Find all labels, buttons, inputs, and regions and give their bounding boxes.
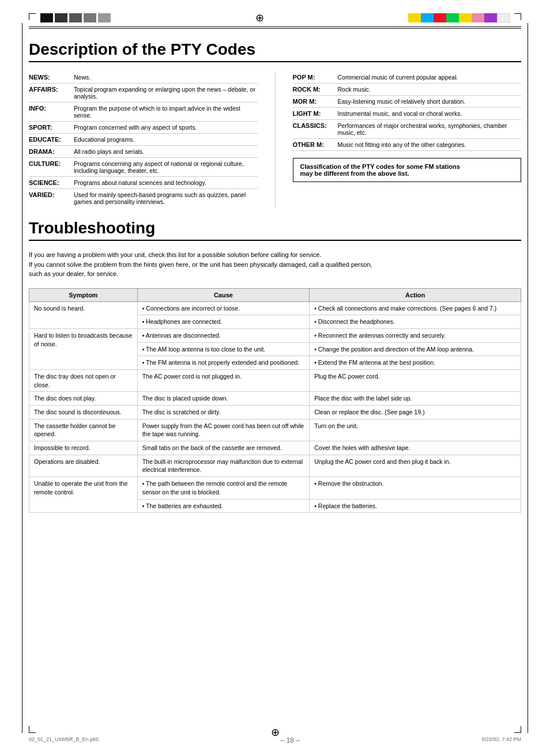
pty-def-otherm: Music not fitting into any of the other …	[338, 141, 522, 148]
table-row: No sound is heard. • Connections are inc…	[29, 301, 521, 315]
pty-def-rockm: Rock music.	[338, 86, 522, 93]
col-header-symptom: Symptom	[29, 288, 138, 301]
troubleshooting-intro: If you are having a problem with your un…	[29, 250, 521, 279]
cause-cell: The disc is placed upside down.	[137, 392, 310, 406]
color-block-2	[55, 13, 67, 22]
right-margin	[528, 23, 528, 733]
pty-def-science: Programs about natural sciences and tech…	[74, 179, 258, 186]
troubleshooting-title: Troubleshooting	[29, 219, 521, 237]
pty-term-science: SCIENCE:	[29, 179, 69, 186]
pty-row-news: NEWS: News.	[29, 71, 258, 84]
bottom-left-corner	[29, 726, 36, 733]
pty-right-col: POP M: Commercial music of current popul…	[293, 71, 522, 207]
symptom-cell: Unable to operate the unit from the remo…	[29, 477, 138, 513]
pty-term-sport: SPORT:	[29, 124, 69, 131]
pty-row-lightm: LIGHT M: Instrumental music, and vocal o…	[293, 108, 522, 120]
cause-cell: Power supply from the AC power cord has …	[137, 419, 310, 441]
action-cell: • Remove the obstruction.	[310, 477, 521, 499]
color-block-5	[98, 13, 111, 22]
pty-row-affairs: AFFAIRS: Topical program expanding or en…	[29, 84, 258, 103]
pty-row-otherm: OTHER M: Music not fitting into any of t…	[293, 139, 522, 151]
pty-def-affairs: Topical program expanding or enlarging u…	[74, 86, 258, 100]
header-bar: ⊕	[29, 12, 521, 24]
cause-cell: • The path between the remote control an…	[137, 477, 310, 499]
pty-term-rockm: ROCK M:	[293, 86, 333, 93]
pty-row-rockm: ROCK M: Rock music.	[293, 84, 522, 96]
bottom-right-corner	[514, 726, 521, 733]
pty-row-popm: POP M: Commercial music of current popul…	[293, 71, 522, 84]
table-row: Impossible to record. Small tabs on the …	[29, 441, 521, 455]
pty-term-affairs: AFFAIRS:	[29, 86, 69, 93]
pty-row-classics: CLASSICS: Performances of major orchestr…	[293, 120, 522, 139]
pty-left-col: NEWS: News. AFFAIRS: Topical program exp…	[29, 71, 258, 207]
cb-green	[446, 13, 459, 22]
pty-row-culture: CULTURE: Programs concerning any aspect …	[29, 158, 258, 177]
pty-term-varied: VARIED:	[29, 191, 69, 198]
action-cell: • Extend the FM antenna at the best posi…	[310, 356, 521, 370]
color-block-3	[69, 13, 82, 22]
pty-row-science: SCIENCE: Programs about natural sciences…	[29, 177, 258, 189]
pty-def-popm: Commercial music of current popular appe…	[338, 74, 522, 81]
pty-term-news: NEWS:	[29, 74, 69, 81]
color-block-1	[40, 13, 53, 22]
table-row: The cassette holder cannot be opened. Po…	[29, 419, 521, 441]
compass-bottom: ⊕	[271, 726, 280, 739]
action-cell: • Reconnect the antennas correctly and s…	[310, 328, 521, 342]
pty-table: NEWS: News. AFFAIRS: Topical program exp…	[29, 71, 521, 207]
pty-divider	[29, 61, 521, 62]
pty-def-culture: Programs concerning any aspect of nation…	[74, 160, 258, 174]
action-cell: Unplug the AC power cord and then plug i…	[310, 455, 521, 477]
troubleshooting-divider	[29, 240, 521, 241]
left-margin	[22, 23, 22, 733]
pty-term-info: INFO:	[29, 105, 69, 112]
pty-term-drama: DRAMA:	[29, 148, 69, 155]
top-rule2	[29, 28, 521, 29]
pty-row-educate: EDUCATE: Educational programs.	[29, 134, 258, 146]
table-row: Operations are disabled. The built-in mi…	[29, 455, 521, 477]
pty-term-culture: CULTURE:	[29, 160, 69, 167]
pty-def-info: Program the purpose of which is to impar…	[74, 105, 258, 119]
action-cell: Cover the holes with adhesive tape.	[310, 441, 521, 455]
table-row: Hard to listen to broadcasts because of …	[29, 328, 521, 342]
cause-cell: • Connections are incorrect or loose.	[137, 301, 310, 315]
symptom-cell: No sound is heard.	[29, 301, 138, 328]
cause-cell: • The FM antenna is not properly extende…	[137, 356, 310, 370]
pty-note: Classification of the PTY codes for some…	[293, 158, 522, 182]
pty-col-separator	[275, 71, 276, 207]
symptom-cell: The disc sound is discontinuous.	[29, 406, 138, 419]
symptom-cell: Impossible to record.	[29, 441, 138, 455]
pty-def-educate: Educational programs.	[74, 136, 258, 143]
action-cell: • Check all connections and make correct…	[310, 301, 521, 315]
page: ⊕ Description of the PTY Codes NEWS: New…	[0, 0, 550, 756]
pty-row-morm: MOR M: Easy-listening music of relativel…	[293, 96, 522, 108]
pty-term-popm: POP M:	[293, 74, 333, 81]
symptom-cell: Hard to listen to broadcasts because of …	[29, 328, 138, 369]
cause-cell: The disc is scratched or dirty.	[137, 406, 310, 419]
cb-white	[497, 13, 510, 22]
symptom-cell: The cassette holder cannot be opened.	[29, 419, 138, 441]
symptom-cell: The disc tray does not open or close.	[29, 369, 138, 391]
cause-cell: The built-in microprocessor may malfunct…	[137, 455, 310, 477]
pty-row-sport: SPORT: Program concerned with any aspect…	[29, 122, 258, 134]
cb-pink	[472, 13, 484, 22]
table-row: The disc sound is discontinuous. The dis…	[29, 406, 521, 419]
cb-yellow	[408, 13, 421, 22]
pty-def-sport: Program concerned with any aspect of spo…	[74, 124, 258, 131]
action-cell: • Change the position and direction of t…	[310, 342, 521, 356]
pty-def-varied: Used for mainly speech-based programs su…	[74, 191, 258, 205]
cb-yellow2	[459, 13, 472, 22]
pty-term-classics: CLASSICS:	[293, 122, 333, 129]
action-cell: Plug the AC power cord.	[310, 369, 521, 391]
cause-cell: Small tabs on the back of the cassette a…	[137, 441, 310, 455]
symptom-cell: The disc does not play.	[29, 392, 138, 406]
pty-def-lightm: Instrumental music, and vocal or choral …	[338, 110, 522, 117]
pty-row-varied: VARIED: Used for mainly speech-based pro…	[29, 189, 258, 207]
top-rule	[29, 27, 521, 27]
pty-row-drama: DRAMA: All radio plays and serials.	[29, 146, 258, 158]
pty-def-morm: Easy-listening music of relatively short…	[338, 98, 522, 105]
action-cell: • Disconnect the headphones.	[310, 315, 521, 329]
action-cell: Clean or replace the disc. (See page 19.…	[310, 406, 521, 419]
cb-red	[434, 13, 446, 22]
col-header-action: Action	[310, 288, 521, 301]
pty-def-drama: All radio plays and serials.	[74, 148, 258, 155]
